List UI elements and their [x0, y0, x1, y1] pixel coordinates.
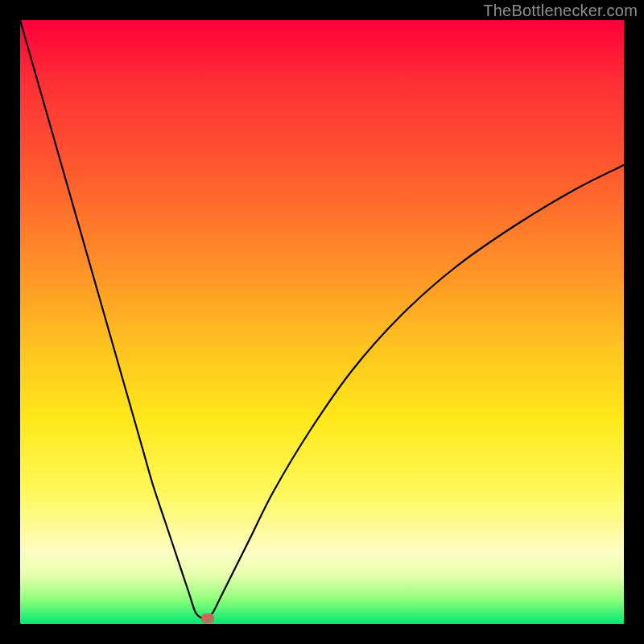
plot-area [20, 20, 624, 624]
chart-frame: TheBottlenecker.com [0, 0, 644, 644]
gradient-background [20, 20, 624, 624]
watermark-text: TheBottlenecker.com [483, 2, 638, 20]
